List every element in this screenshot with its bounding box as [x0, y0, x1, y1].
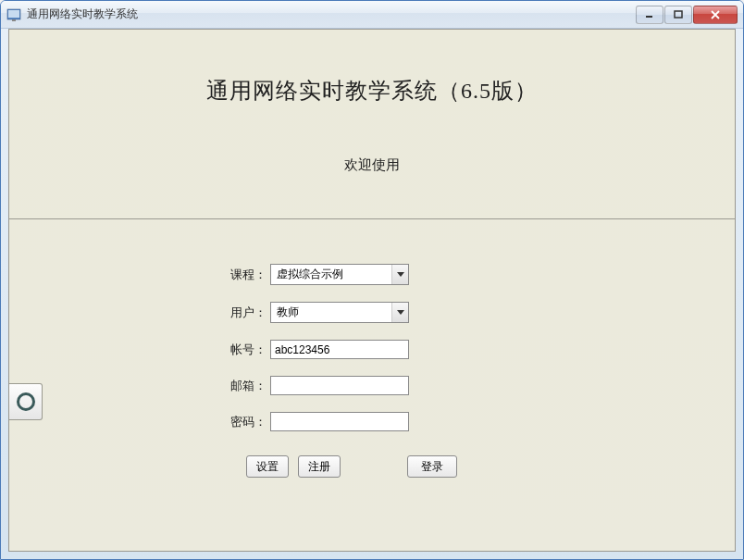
course-row: 课程： 虚拟综合示例 — [205, 264, 539, 285]
user-select[interactable]: 教师 — [270, 302, 409, 323]
header-section: 通用网络实时教学系统（6.5版） 欢迎使用 — [9, 30, 735, 174]
password-row: 密码： — [205, 412, 539, 431]
settings-button[interactable]: 设置 — [246, 455, 289, 478]
account-row: 帐号： — [205, 340, 539, 359]
account-input[interactable] — [270, 340, 409, 359]
email-input[interactable] — [270, 376, 409, 395]
password-label: 密码： — [205, 414, 270, 430]
course-label: 课程： — [205, 267, 270, 283]
email-row: 邮箱： — [205, 376, 539, 395]
app-icon — [6, 7, 21, 22]
course-select-value: 虚拟综合示例 — [270, 264, 409, 285]
account-label: 帐号： — [205, 342, 270, 358]
client-area: 通用网络实时教学系统（6.5版） 欢迎使用 课程： 虚拟综合示例 用户： 教师 — [8, 29, 736, 552]
login-button[interactable]: 登录 — [407, 455, 457, 478]
side-toggle-button[interactable] — [9, 383, 43, 420]
svg-rect-1 — [8, 10, 19, 18]
user-select-value: 教师 — [270, 302, 409, 323]
user-label: 用户： — [205, 305, 270, 321]
course-select[interactable]: 虚拟综合示例 — [270, 264, 409, 285]
main-title: 通用网络实时教学系统（6.5版） — [9, 76, 735, 106]
maximize-button[interactable] — [664, 6, 692, 24]
login-form: 课程： 虚拟综合示例 用户： 教师 帐号： — [9, 264, 735, 478]
register-button[interactable]: 注册 — [298, 455, 341, 478]
email-label: 邮箱： — [205, 378, 270, 394]
circle-icon — [17, 392, 35, 411]
svg-rect-4 — [675, 11, 682, 18]
close-button[interactable] — [693, 6, 738, 24]
welcome-text: 欢迎使用 — [9, 156, 735, 174]
app-window: 通用网络实时教学系统 通用网络实时教学系统（6.5版） 欢迎使用 课程： 虚拟综… — [0, 0, 744, 560]
button-row: 设置 注册 登录 — [205, 455, 539, 478]
titlebar[interactable]: 通用网络实时教学系统 — [1, 1, 743, 29]
window-title: 通用网络实时教学系统 — [27, 6, 636, 22]
svg-rect-2 — [12, 19, 16, 21]
divider — [9, 218, 735, 219]
minimize-button[interactable] — [636, 6, 663, 24]
user-row: 用户： 教师 — [205, 302, 539, 323]
password-input[interactable] — [270, 412, 409, 431]
window-controls — [636, 6, 738, 24]
